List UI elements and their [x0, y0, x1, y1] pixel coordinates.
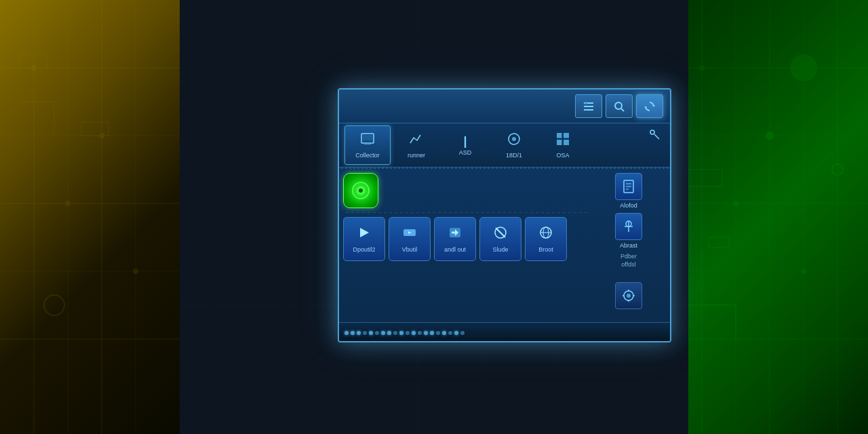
svg-point-37 — [832, 164, 843, 175]
svg-point-30 — [733, 201, 738, 206]
alofod-item: Alofod — [591, 173, 666, 209]
svg-rect-61 — [363, 135, 372, 140]
status-dot-5 — [369, 331, 373, 335]
runner-icon — [408, 131, 425, 151]
status-dot-9 — [393, 331, 397, 335]
corner-indicator — [647, 127, 663, 145]
separator-dotted — [339, 167, 670, 169]
svg-rect-65 — [557, 133, 562, 138]
content-area: Dpoutil2 Vbutil — [339, 169, 670, 322]
tab-osa[interactable]: OSA — [540, 125, 586, 165]
asd-icon: | — [463, 134, 467, 149]
status-dot-4 — [363, 331, 367, 335]
abrast-item: Abrast — [591, 213, 666, 249]
main-green-icon[interactable] — [343, 173, 378, 208]
status-dot-7 — [381, 331, 385, 335]
svg-rect-53 — [584, 106, 593, 107]
slude-button[interactable]: Slude — [479, 217, 521, 261]
status-dot-17 — [442, 331, 446, 335]
sync-button[interactable] — [636, 94, 663, 118]
right-panel-text: Pdber offdsl — [591, 253, 666, 269]
status-dot-15 — [430, 331, 434, 335]
search-button[interactable] — [606, 94, 633, 118]
screen-container: Collector runner | ASD 18D/1 — [338, 88, 671, 342]
svg-point-12 — [133, 269, 138, 274]
svg-point-33 — [790, 54, 817, 81]
andl-out-label: andl out — [444, 247, 466, 254]
bg-right — [668, 0, 868, 434]
svg-point-75 — [359, 189, 363, 193]
left-content: Dpoutil2 Vbutil — [343, 173, 587, 318]
18d1-label: 18D/1 — [506, 153, 522, 159]
svg-line-83 — [496, 228, 505, 237]
svg-point-64 — [512, 137, 516, 141]
status-dot-19 — [454, 331, 458, 335]
status-dot-13 — [418, 331, 422, 335]
status-dot-11 — [406, 331, 410, 335]
dpoutil2-button[interactable]: Dpoutil2 — [343, 217, 385, 261]
svg-rect-62 — [364, 143, 371, 144]
status-dot-1 — [344, 331, 349, 335]
asd-label: ASD — [459, 150, 472, 157]
bg-left — [0, 0, 180, 434]
svg-rect-67 — [557, 140, 562, 145]
dpoutil2-icon — [357, 225, 372, 244]
abrast-icon[interactable] — [615, 213, 642, 240]
vbutil-button[interactable]: Vbutil — [389, 217, 431, 261]
svg-rect-13 — [20, 54, 47, 68]
small-icon-button[interactable] — [615, 282, 642, 309]
tools-button[interactable] — [575, 94, 602, 118]
top-bar — [339, 90, 670, 123]
runner-label: runner — [408, 153, 425, 159]
osa-label: OSA — [556, 153, 569, 159]
svg-point-28 — [699, 65, 705, 71]
alofod-label: Alofod — [620, 202, 637, 209]
tab-asd[interactable]: | ASD — [442, 125, 488, 165]
vbutil-icon — [402, 225, 417, 244]
svg-point-9 — [31, 65, 37, 71]
svg-point-10 — [99, 133, 104, 138]
vbutil-label: Vbutil — [402, 247, 418, 254]
broot-label: Broot — [538, 247, 553, 254]
collector-icon — [359, 131, 376, 151]
tab-collector[interactable]: Collector — [344, 125, 391, 165]
status-dot-12 — [412, 331, 416, 335]
status-dot-14 — [424, 331, 428, 335]
svg-rect-34 — [709, 237, 729, 248]
slude-icon — [493, 225, 508, 244]
svg-point-11 — [65, 201, 71, 206]
svg-line-57 — [621, 108, 624, 111]
svg-rect-14 — [81, 122, 108, 136]
slude-label: Slude — [492, 247, 508, 254]
svg-point-56 — [615, 102, 622, 109]
svg-point-15 — [44, 295, 64, 315]
main-icon-area — [343, 173, 587, 208]
action-row: Dpoutil2 Vbutil — [343, 217, 587, 261]
svg-point-29 — [766, 132, 774, 140]
status-dot-18 — [448, 331, 452, 335]
status-dot-20 — [460, 331, 465, 335]
dpoutil2-label: Dpoutil2 — [353, 247, 375, 254]
andl-out-icon — [448, 225, 462, 244]
status-bar — [339, 322, 670, 342]
status-dot-6 — [375, 331, 379, 335]
broot-button[interactable]: Broot — [525, 217, 567, 261]
svg-rect-54 — [584, 109, 593, 111]
collector-label: Collector — [355, 153, 380, 159]
status-dots — [344, 331, 665, 335]
osa-icon — [555, 131, 571, 151]
andl-out-button[interactable]: andl out — [434, 217, 476, 261]
svg-point-71 — [650, 130, 654, 134]
status-dot-3 — [357, 331, 361, 335]
tab-18d1[interactable]: 18D/1 — [491, 125, 537, 165]
broot-icon — [538, 225, 553, 244]
status-dot-2 — [351, 331, 355, 335]
alofod-icon[interactable] — [615, 173, 642, 200]
svg-marker-76 — [360, 228, 369, 237]
svg-point-95 — [627, 294, 631, 298]
right-content: Alofod Abrast Pdber offdsl — [591, 173, 666, 318]
menu-tabs: Collector runner | ASD 18D/1 — [339, 123, 670, 167]
status-dot-8 — [387, 331, 391, 335]
dotted-divider — [343, 212, 587, 213]
tab-runner[interactable]: runner — [393, 125, 439, 165]
